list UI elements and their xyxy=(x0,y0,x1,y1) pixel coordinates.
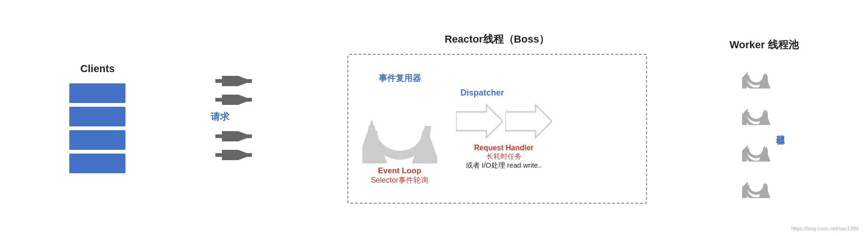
event-loop-part: 事件复用器 xyxy=(362,73,437,185)
event-multiplexer-label: 事件复用器 xyxy=(379,73,421,84)
clients-title: Clients xyxy=(81,63,115,75)
worker-loop-1 xyxy=(742,60,770,88)
event-loop-label2: Selector事件轮询 xyxy=(371,176,428,185)
gray-arrow-4 xyxy=(215,150,257,160)
request-handler-label2: 长耗时任务 xyxy=(466,152,542,161)
client-block-2 xyxy=(69,107,125,126)
arrows-group: 请求 xyxy=(215,76,257,160)
request-arrow-section: 请求 xyxy=(208,76,265,160)
request-arrow-with-label: 请求 xyxy=(215,95,257,105)
request-handler-label1: Request Handler xyxy=(466,144,542,152)
client-block-3 xyxy=(69,130,125,150)
svg-marker-10 xyxy=(456,105,503,138)
client-block-1 xyxy=(69,83,125,103)
worker-loop-2 xyxy=(742,97,770,125)
watermark: https://blog.csdn.net/nan1399 xyxy=(791,226,859,231)
gray-arrow-2 xyxy=(215,95,257,105)
reactor-dashed-box: 事件复用器 xyxy=(347,54,647,204)
reactor-title: Reactor线程（Boss） xyxy=(445,32,550,46)
clients-section: Clients xyxy=(69,63,125,173)
worker-content: 处理器 xyxy=(742,60,786,198)
event-loop-labels: Event Loop Selector事件轮询 xyxy=(371,166,428,185)
circular-arrows xyxy=(362,88,437,163)
worker-label-text: 处理器 xyxy=(775,128,786,131)
reactor-section: Reactor线程（Boss） 事件复用器 xyxy=(347,32,647,204)
worker-loop-3 xyxy=(742,133,770,162)
request-handler-label3: 或者 I/O处理 read write.. xyxy=(466,161,542,170)
clients-blocks xyxy=(69,83,125,173)
big-arrow-2 xyxy=(505,103,552,140)
client-block-4 xyxy=(69,154,125,173)
gray-arrow-1 xyxy=(215,76,257,86)
worker-section: Worker 线程池 xyxy=(729,38,799,198)
dispatcher-part: Dispatcher Request Handler xyxy=(456,88,552,170)
dispatcher-label: Dispatcher xyxy=(461,88,504,98)
diagram-container: Clients xyxy=(0,0,868,236)
gray-arrow-3 xyxy=(215,131,257,141)
event-loop-label1: Event Loop xyxy=(371,166,428,176)
request-label: 请求 xyxy=(211,111,229,123)
worker-title: Worker 线程池 xyxy=(729,38,799,52)
worker-label: 处理器 xyxy=(775,128,786,131)
big-arrow-1 xyxy=(456,103,503,140)
svg-marker-11 xyxy=(505,105,552,138)
worker-loops xyxy=(742,60,770,198)
dispatcher-arrows-row xyxy=(456,103,552,140)
worker-loop-4 xyxy=(742,170,770,198)
request-handler-labels: Request Handler 长耗时任务 或者 I/O处理 read writ… xyxy=(466,144,542,170)
